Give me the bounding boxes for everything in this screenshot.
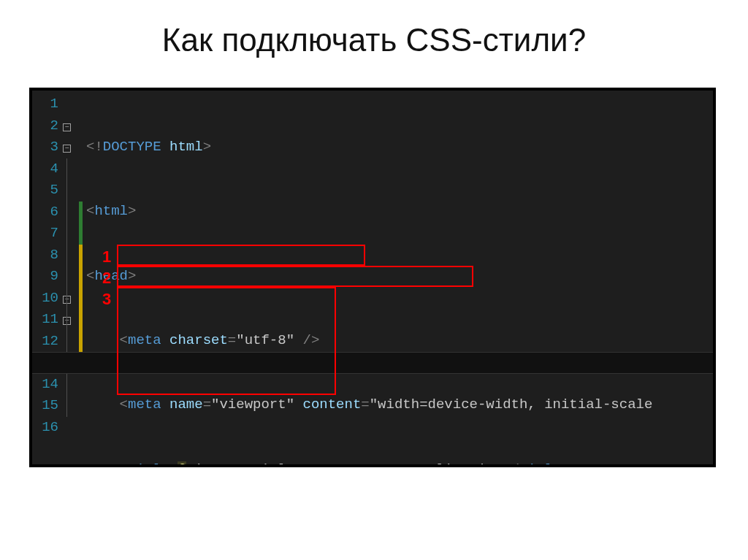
slide-title: Как подключать CSS-стили? <box>29 22 719 58</box>
line-number: 11 <box>32 309 63 331</box>
fold-toggle-icon[interactable]: − <box>63 145 71 153</box>
line-number: 2 <box>32 115 63 137</box>
line-number: 12 <box>32 331 63 353</box>
line-number: 5 <box>32 180 63 202</box>
line-number: 9 <box>32 266 63 288</box>
line-number: 1 <box>32 93 63 115</box>
line-number: 4 <box>32 158 63 180</box>
line-number: 7 <box>32 223 63 245</box>
gutter: 1 2 3 4 5 6 7 8 9 10 11 12 13 14 15 16 <box>32 91 63 464</box>
code-area[interactable]: <!DOCTYPE html> <html> <head> <meta char… <box>80 91 713 464</box>
code-editor: 1 2 3 4 5 6 7 8 9 10 11 12 13 14 15 16 −… <box>29 88 716 467</box>
slide: Как подключать CSS-стили? 1 2 3 4 5 6 7 … <box>0 0 748 560</box>
fold-toggle-icon[interactable]: − <box>63 123 71 131</box>
line-number: 8 <box>32 245 63 266</box>
line-number: 3 <box>32 137 63 158</box>
annotation-number-3: 3 <box>102 287 111 312</box>
line-number: 16 <box>32 417 63 439</box>
line-number: 6 <box>32 202 63 223</box>
line-number: 15 <box>32 395 63 417</box>
line-number: 14 <box>32 374 63 396</box>
line-number: 10 <box>32 288 63 310</box>
fold-column: − − − − <box>63 91 80 464</box>
